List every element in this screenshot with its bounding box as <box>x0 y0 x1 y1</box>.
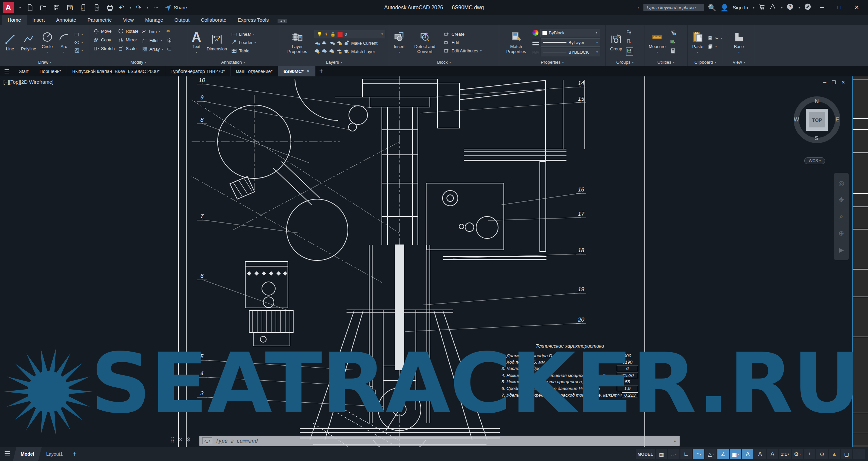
erase-button[interactable]: ✏ <box>166 28 172 34</box>
rectangle-button[interactable]: ▾ <box>74 32 83 37</box>
export-mobile-icon[interactable] <box>92 3 101 12</box>
plot-icon[interactable] <box>105 3 114 12</box>
viewcube-top-face[interactable]: TOP <box>806 109 828 131</box>
viewport-restore-icon[interactable]: ❐ <box>832 80 836 85</box>
ungroup-icon[interactable] <box>626 30 633 37</box>
match-properties-button[interactable]: Match Properties <box>502 30 530 55</box>
ribbon-tab-insert[interactable]: Insert <box>27 16 51 25</box>
command-line-bar[interactable]: >_▾ Type a command ▲ <box>199 436 680 446</box>
utilities-panel-label[interactable]: Utilities <box>644 58 687 66</box>
annotation-panel-label[interactable]: Annotation <box>187 58 279 66</box>
copy-button[interactable]: Copy <box>93 37 115 43</box>
status-graphics-performance[interactable]: ▲ <box>829 449 840 459</box>
close-button[interactable]: ✕ <box>850 4 863 11</box>
layer-lock-icon[interactable] <box>337 40 342 47</box>
save-icon[interactable] <box>52 3 61 12</box>
group-edit-icon[interactable] <box>626 39 633 46</box>
command-prompt-icon[interactable]: >_▾ <box>202 437 212 444</box>
draw-panel-label[interactable]: Draw <box>0 58 90 66</box>
explode-button[interactable] <box>166 37 172 43</box>
array-button[interactable]: Array▾ <box>142 46 163 52</box>
doc-tab-close-icon[interactable]: ✕ <box>306 69 310 74</box>
redo-icon[interactable]: ↷ <box>136 4 142 12</box>
layout-tab-model[interactable]: Model <box>13 447 42 461</box>
base-button[interactable]: Base <box>732 30 746 54</box>
search-icon[interactable]: 🔍 <box>708 4 716 12</box>
stretch-button[interactable]: Stretch <box>93 46 115 51</box>
layer-isolate-icon[interactable] <box>322 40 328 47</box>
ribbon-tab-view[interactable]: View <box>117 16 139 25</box>
status-annotation-visibility[interactable]: A <box>742 449 753 459</box>
status-ortho-mode[interactable]: ∟ <box>680 449 692 459</box>
status-customization-menu[interactable]: ≡ <box>853 449 865 459</box>
status-customize-plus[interactable]: + <box>804 449 815 459</box>
open-file-icon[interactable] <box>39 3 48 12</box>
hatch-button[interactable]: ▾ <box>74 48 83 53</box>
fillet-button[interactable]: Fillet▾ <box>142 38 163 44</box>
zoom-extents-icon[interactable]: ⌕ <box>839 212 843 220</box>
undo-caret-icon[interactable]: ▾ <box>130 6 131 9</box>
search-expand-icon[interactable]: ▸ <box>638 6 640 9</box>
qat-customize-icon[interactable]: ≡ ▾ <box>154 6 158 9</box>
ellipse-button[interactable]: ▾ <box>74 40 83 46</box>
model-space-canvas[interactable]: 10987654314151617181920 [−][Top][2D Wire… <box>0 77 868 461</box>
cut-button[interactable]: ✂▾ <box>708 35 722 41</box>
trim-button[interactable]: ✂Trim▾ <box>142 28 163 35</box>
group-selection-toggle[interactable] <box>626 48 633 55</box>
feedback-icon[interactable] <box>804 3 811 12</box>
offset-button[interactable] <box>166 46 172 52</box>
layer-properties-button[interactable]: Layer Properties <box>282 30 313 55</box>
status-autoscale[interactable]: A <box>754 449 766 459</box>
clipboard-panel-label[interactable]: Clipboard <box>688 58 723 66</box>
new-drawing-tab-button[interactable]: + <box>315 66 327 77</box>
help-icon[interactable]: ? <box>786 3 794 12</box>
quick-calc-icon[interactable] <box>670 48 676 55</box>
undo-icon[interactable]: ↶ <box>119 4 125 12</box>
doc-tab[interactable]: 6S90MC*✕ <box>278 66 315 77</box>
minimize-button[interactable]: ─ <box>815 4 829 11</box>
move-button[interactable]: Move <box>93 28 115 34</box>
edit-block-button[interactable]: Edit <box>444 40 482 46</box>
dimension-button[interactable]: Dimension <box>205 33 228 52</box>
layer-thaw-all-icon[interactable] <box>329 48 335 55</box>
command-line-grip-icon[interactable]: ⣿ <box>170 436 175 443</box>
command-line-close-icon[interactable]: ✕ <box>178 436 183 443</box>
rotate-button[interactable]: Rotate <box>118 28 138 34</box>
insert-block-button[interactable]: Insert <box>392 30 406 54</box>
groups-panel-label[interactable]: Groups <box>606 58 644 66</box>
mirror-button[interactable]: Mirror <box>118 37 138 43</box>
viewcube-east[interactable]: E <box>835 116 839 123</box>
doc-tab[interactable]: Поршень* <box>34 66 67 77</box>
view-panel-label[interactable]: View <box>723 58 755 66</box>
help-caret-icon[interactable]: ▾ <box>798 6 800 9</box>
ribbon-tab-output[interactable]: Output <box>169 16 195 25</box>
status-workspace[interactable]: ⚙▾ <box>792 449 803 459</box>
status-annotation-scale-value[interactable]: 1:1▾ <box>779 449 791 459</box>
open-mobile-icon[interactable] <box>79 3 88 12</box>
viewcube-west[interactable]: W <box>794 116 799 123</box>
modify-panel-label[interactable]: Modify <box>90 58 187 66</box>
polyline-button[interactable]: Polyline <box>19 33 38 52</box>
viewport-minimize-icon[interactable]: ─ <box>823 80 826 85</box>
viewport-controls-label[interactable]: [−][Top][2D Wireframe] <box>3 79 53 85</box>
command-history-toggle-icon[interactable]: ▲ <box>673 439 677 443</box>
app-store-cart-icon[interactable] <box>758 3 765 12</box>
table-button[interactable]: Table <box>231 48 256 54</box>
ribbon-collapse-button[interactable]: ▲ ▾ <box>278 19 287 23</box>
doc-tab[interactable]: маш_отделение* <box>230 66 278 77</box>
arc-button[interactable]: Arc <box>57 30 71 54</box>
layer-dropdown[interactable]: 💡 ☀ 🔓 0 ▾ <box>314 30 385 38</box>
maximize-button[interactable]: □ <box>833 4 846 11</box>
ribbon-tab-collaborate[interactable]: Collaborate <box>195 16 232 25</box>
save-as-icon[interactable] <box>66 3 74 12</box>
search-input[interactable]: Type a keyword or phrase <box>644 4 704 11</box>
ribbon-tab-parametric[interactable]: Parametric <box>82 16 118 25</box>
scale-button[interactable]: Scale <box>118 46 138 51</box>
status-grid[interactable]: ▦ <box>656 449 667 459</box>
status-polar-tracking[interactable]: ◔▾ <box>693 449 704 459</box>
status-object-snap[interactable]: ▣▾ <box>730 449 741 459</box>
viewcube[interactable]: N S E W TOP <box>791 94 843 146</box>
ribbon-tab-home[interactable]: Home <box>2 16 27 25</box>
autodesk-logo-icon[interactable] <box>769 3 776 12</box>
match-layer-button[interactable]: Match Layer <box>351 49 375 54</box>
